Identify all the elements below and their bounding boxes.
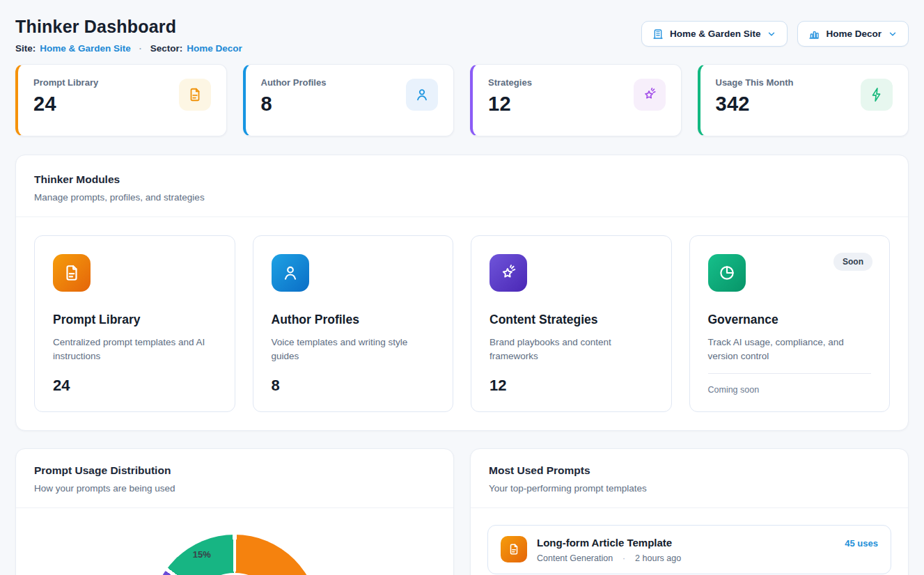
module-count: 24 xyxy=(53,377,217,395)
stat-card-prompt-library: Prompt Library 24 xyxy=(15,64,227,136)
modules-panel-subtitle: Manage prompts, profiles, and strategies xyxy=(34,192,890,203)
site-selector-dropdown[interactable]: Home & Garden Site xyxy=(641,21,788,47)
stat-card-usage: Usage This Month 342 xyxy=(698,64,909,136)
prompt-list: Long-form Article Template Content Gener… xyxy=(471,508,908,575)
stat-value: 342 xyxy=(716,93,794,116)
module-count: 12 xyxy=(490,377,653,395)
document-icon xyxy=(53,254,91,292)
user-icon xyxy=(272,254,309,292)
usage-card-subtitle: How your prompts are being used xyxy=(34,483,435,494)
divider xyxy=(708,373,872,374)
stat-label: Author Profiles xyxy=(261,77,327,88)
stat-value: 12 xyxy=(488,93,532,116)
module-card-governance[interactable]: Soon Governance Track AI usage, complian… xyxy=(689,235,891,412)
module-title: Governance xyxy=(708,313,872,327)
document-icon xyxy=(179,79,211,111)
sector-link[interactable]: Home Decor xyxy=(187,43,242,54)
sector-selector-dropdown[interactable]: Home Decor xyxy=(797,21,909,47)
prompts-card-title: Most Used Prompts xyxy=(489,464,890,477)
modules-grid: Prompt Library Centralized prompt templa… xyxy=(16,217,908,430)
sector-selector-label: Home Decor xyxy=(826,29,882,39)
most-used-prompts-card: Most Used Prompts Your top-performing pr… xyxy=(470,448,909,575)
soon-badge: Soon xyxy=(833,253,872,271)
bottom-row: Prompt Usage Distribution How your promp… xyxy=(15,448,909,575)
site-label: Site: xyxy=(15,43,36,54)
dashboard-page: Thinker Dashboard Site: Home & Garden Si… xyxy=(0,0,924,575)
site-selector-label: Home & Garden Site xyxy=(670,29,761,39)
stat-value: 8 xyxy=(261,93,327,116)
thinker-modules-panel: Thinker Modules Manage prompts, profiles… xyxy=(15,155,909,431)
stat-value: 24 xyxy=(33,93,98,116)
document-icon xyxy=(501,536,527,562)
page-title: Thinker Dashboard xyxy=(15,17,242,37)
stat-label: Prompt Library xyxy=(33,77,98,88)
prompt-usage-distribution-card: Prompt Usage Distribution How your promp… xyxy=(15,448,454,575)
stat-card-author-profiles: Author Profiles 8 xyxy=(243,64,455,136)
lightning-icon xyxy=(861,79,893,111)
stat-label: Strategies xyxy=(488,77,532,88)
chevron-down-icon xyxy=(888,29,898,39)
chevron-down-icon xyxy=(767,29,776,39)
module-description: Track AI usage, compliance, and version … xyxy=(708,336,872,364)
module-card-prompt-library[interactable]: Prompt Library Centralized prompt templa… xyxy=(34,235,235,412)
module-card-content-strategies[interactable]: Content Strategies Brand playbooks and c… xyxy=(471,235,672,412)
bar-chart-icon xyxy=(808,29,820,40)
separator-dot: · xyxy=(622,553,625,563)
modules-panel-title: Thinker Modules xyxy=(34,173,890,186)
sector-label: Sector: xyxy=(150,43,183,54)
building-icon xyxy=(652,29,664,40)
sparkle-star-icon xyxy=(634,79,666,111)
prompts-card-subtitle: Your top-performing prompt templates xyxy=(489,483,890,494)
separator-dot: · xyxy=(139,44,142,54)
usage-card-title: Prompt Usage Distribution xyxy=(34,464,435,477)
header-selectors: Home & Garden Site Home Decor xyxy=(641,21,909,47)
coming-soon-text: Coming soon xyxy=(708,385,872,395)
sparkle-star-icon xyxy=(490,254,527,292)
site-link[interactable]: Home & Garden Site xyxy=(40,43,131,54)
module-count: 8 xyxy=(272,377,435,395)
module-title: Content Strategies xyxy=(490,313,653,327)
prompt-item-time: 2 hours ago xyxy=(635,553,681,563)
module-description: Voice templates and writing style guides xyxy=(272,336,435,364)
prompt-item-title: Long-form Article Template xyxy=(537,537,835,549)
module-card-author-profiles[interactable]: Author Profiles Voice templates and writ… xyxy=(253,235,454,412)
donut-slice-label: 15% xyxy=(193,549,211,560)
breadcrumb: Site: Home & Garden Site · Sector: Home … xyxy=(15,43,242,54)
user-icon xyxy=(406,79,438,111)
module-description: Centralized prompt templates and AI inst… xyxy=(53,336,217,364)
stat-card-strategies: Strategies 12 xyxy=(470,64,682,136)
donut-chart-area: 15% xyxy=(16,508,453,575)
module-title: Author Profiles xyxy=(272,313,435,327)
module-description: Brand playbooks and content frameworks xyxy=(490,336,653,364)
prompt-list-item[interactable]: Long-form Article Template Content Gener… xyxy=(487,525,891,574)
prompt-item-category: Content Generation xyxy=(537,553,613,563)
stat-label: Usage This Month xyxy=(716,77,794,88)
module-title: Prompt Library xyxy=(53,313,217,327)
prompt-item-uses-badge: 45 uses xyxy=(845,538,878,549)
page-header: Thinker Dashboard Site: Home & Garden Si… xyxy=(15,17,909,54)
donut-chart: 15% xyxy=(150,535,319,575)
stats-row: Prompt Library 24 Author Profiles 8 xyxy=(15,64,909,136)
pie-chart-icon xyxy=(708,254,746,292)
